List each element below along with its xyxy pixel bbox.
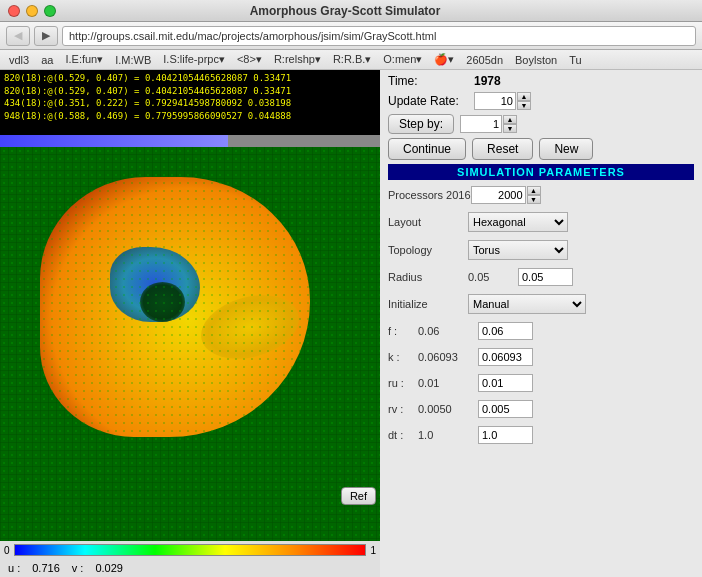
main-content: 820(18):@(0.529, 0.407) = 0.404210544656… [0,70,702,577]
ru-input[interactable] [478,374,533,392]
menu-2605dn[interactable]: 2605dn [461,53,508,67]
maximize-button[interactable] [44,5,56,17]
ru-static: 0.01 [418,377,478,389]
menu-ie-fun[interactable]: I.E:fun▾ [60,52,108,67]
menu-tu[interactable]: Tu [564,53,586,67]
radius-input[interactable] [518,268,573,286]
back-button[interactable]: ◀ [6,26,30,46]
back-icon: ◀ [14,29,22,42]
dt-static: 1.0 [418,429,478,441]
step-by-stepper[interactable]: ▲ ▼ [460,115,517,133]
step-by-up[interactable]: ▲ [503,115,517,124]
dt-input[interactable] [478,426,533,444]
processors-input[interactable] [471,186,526,204]
minimize-button[interactable] [26,5,38,17]
time-row: Time: 1978 [388,74,694,88]
browser-toolbar: ◀ ▶ http://groups.csail.mit.edu/mac/proj… [0,22,702,50]
rv-row: rv : 0.0050 [388,400,694,418]
k-row: k : 0.06093 [388,348,694,366]
radius-static: 0.05 [468,271,518,283]
update-rate-stepper-btns: ▲ ▼ [517,92,531,110]
menu-8[interactable]: <8>▾ [232,52,267,67]
window-controls[interactable] [8,5,56,17]
close-button[interactable] [8,5,20,17]
log-area: 820(18):@(0.529, 0.407) = 0.404210544656… [0,70,380,135]
k-input[interactable] [478,348,533,366]
update-rate-input[interactable] [474,92,516,110]
step-by-stepper-btns: ▲ ▼ [503,115,517,133]
continue-button[interactable]: Continue [388,138,466,160]
menu-rrb[interactable]: R:R.B.▾ [328,52,376,67]
action-row: Continue Reset New [388,138,694,160]
title-bar: Amorphous Gray-Scott Simulator [0,0,702,22]
grid-area[interactable]: Ref [0,147,380,541]
colorbar-max: 1 [370,545,376,556]
k-static: 0.06093 [418,351,478,363]
time-label: Time: [388,74,468,88]
layout-label: Layout [388,216,468,228]
processors-label: Processors 2016 [388,189,471,201]
colorbar-row: 0 1 [0,541,380,559]
menu-is-life[interactable]: I.S:life-prpc▾ [158,52,230,67]
scattered-pattern [0,147,380,541]
menu-relshp[interactable]: R:relshp▾ [269,52,326,67]
rv-label: rv : [388,403,418,415]
update-rate-stepper[interactable]: ▲ ▼ [474,92,531,110]
menu-aa[interactable]: aa [36,53,58,67]
layout-select[interactable]: Hexagonal [468,212,568,232]
u-label: u : [8,562,20,574]
f-static: 0.06 [418,325,478,337]
topology-label: Topology [388,244,468,256]
menu-vdl3[interactable]: vdl3 [4,53,34,67]
processors-stepper-btns: ▲ ▼ [527,186,541,204]
time-value: 1978 [474,74,514,88]
update-rate-up[interactable]: ▲ [517,92,531,101]
forward-icon: ▶ [42,29,50,42]
uv-row: u : 0.716 v : 0.029 [0,559,380,577]
simulation-panel: 820(18):@(0.529, 0.407) = 0.404210544656… [0,70,380,577]
radius-label: Radius [388,271,468,283]
v-value: 0.029 [95,562,123,574]
f-row: f : 0.06 [388,322,694,340]
v-label: v : [72,562,84,574]
colorbar-min: 0 [4,545,10,556]
menu-apple[interactable]: 🍎▾ [429,52,459,67]
new-button[interactable]: New [539,138,593,160]
dt-label: dt : [388,429,418,441]
layout-row: Layout Hexagonal [388,212,694,232]
step-by-row: Step by: ▲ ▼ [388,114,694,134]
log-line-3: 434(18):@(0.351, 0.222) = 0.792941459878… [4,97,376,110]
topology-row: Topology Torus [388,240,694,260]
reset-button[interactable]: Reset [472,138,533,160]
topology-select[interactable]: Torus [468,240,568,260]
step-by-down[interactable]: ▼ [503,124,517,133]
f-label: f : [388,325,418,337]
address-bar[interactable]: http://groups.csail.mit.edu/mac/projects… [62,26,696,46]
menu-boylston[interactable]: Boylston [510,53,562,67]
step-by-button[interactable]: Step by: [388,114,454,134]
ru-row: ru : 0.01 [388,374,694,392]
log-line-2: 820(18):@(0.529, 0.407) = 0.404210544656… [4,85,376,98]
f-input[interactable] [478,322,533,340]
menu-im-wb[interactable]: I.M:WB [110,53,156,67]
progress-bar [0,135,380,147]
colorbar [14,544,367,556]
u-value: 0.716 [32,562,60,574]
rv-input[interactable] [478,400,533,418]
processors-stepper[interactable]: ▲ ▼ [471,186,541,204]
processors-up[interactable]: ▲ [527,186,541,195]
log-line-1: 820(18):@(0.529, 0.407) = 0.404210544656… [4,72,376,85]
processors-down[interactable]: ▼ [527,195,541,204]
dt-row: dt : 1.0 [388,426,694,444]
initialize-label: Initialize [388,298,468,310]
forward-button[interactable]: ▶ [34,26,58,46]
step-by-input[interactable] [460,115,502,133]
menu-omen[interactable]: O:men▾ [378,52,427,67]
processors-row: Processors 2016 ▲ ▼ [388,186,694,204]
ref-button[interactable]: Ref [341,487,376,505]
initialize-select[interactable]: Manual [468,294,586,314]
update-rate-down[interactable]: ▼ [517,101,531,110]
initialize-row: Initialize Manual [388,294,694,314]
ru-label: ru : [388,377,418,389]
rv-static: 0.0050 [418,403,478,415]
